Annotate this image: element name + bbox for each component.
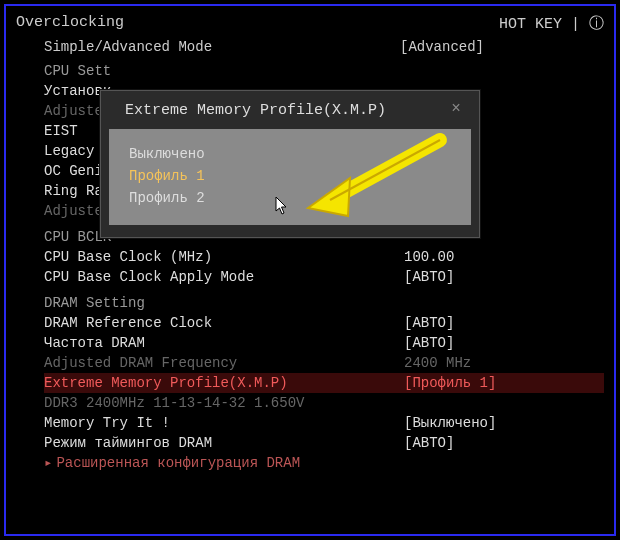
- dram-row: DDR3 2400MHz 11-13-14-32 1.650V: [44, 393, 604, 413]
- section-title-dram: DRAM Setting: [44, 295, 604, 311]
- dram-row[interactable]: Режим таймингов DRAM[АВТО]: [44, 433, 604, 453]
- dram-value: [АВТО]: [404, 313, 604, 333]
- section-title-cpu: CPU Sett: [44, 63, 604, 79]
- dram-row[interactable]: DRAM Reference Clock[АВТО]: [44, 313, 604, 333]
- popup-title: Extreme Memory Profile(X.M.P): [125, 102, 386, 119]
- dram-value: [АВТО]: [404, 433, 604, 453]
- dram-advanced-expand[interactable]: ▸ Расширенная конфигурация DRAM: [44, 453, 604, 473]
- popup-option[interactable]: Выключено: [129, 143, 451, 165]
- close-icon[interactable]: ×: [447, 101, 465, 119]
- dram-label: Extreme Memory Profile(X.M.P): [44, 373, 404, 393]
- dram-value: [АВТО]: [404, 333, 604, 353]
- chevron-right-icon: ▸: [44, 453, 52, 473]
- dram-row[interactable]: Memory Try It ![Выключено]: [44, 413, 604, 433]
- dram-value: 2400 MHz: [404, 353, 604, 373]
- dram-row[interactable]: Частота DRAM[АВТО]: [44, 333, 604, 353]
- bclk-row[interactable]: CPU Base Clock (MHz)100.00: [44, 247, 604, 267]
- section-dram: DRAM Setting DRAM Reference Clock[АВТО]Ч…: [16, 295, 604, 473]
- hotkey-hint: HOT KEY | ⓘ: [499, 14, 604, 33]
- dram-row[interactable]: Extreme Memory Profile(X.M.P)[Профиль 1]: [44, 373, 604, 393]
- bclk-row[interactable]: CPU Base Clock Apply Mode[АВТО]: [44, 267, 604, 287]
- dram-label: Memory Try It !: [44, 413, 404, 433]
- dram-label: Режим таймингов DRAM: [44, 433, 404, 453]
- dram-label: DRAM Reference Clock: [44, 313, 404, 333]
- bclk-value: [АВТО]: [404, 267, 604, 287]
- mode-label: Simple/Advanced Mode: [44, 39, 212, 55]
- popup-option[interactable]: Профиль 1: [129, 165, 451, 187]
- page-title: Overclocking: [16, 14, 124, 33]
- bclk-label: CPU Base Clock (MHz): [44, 247, 404, 267]
- dram-value: [Выключено]: [404, 413, 604, 433]
- dram-value: [Профиль 1]: [404, 373, 604, 393]
- dram-label: Частота DRAM: [44, 333, 404, 353]
- bclk-value: 100.00: [404, 247, 604, 267]
- dram-value: [404, 393, 604, 413]
- mode-value[interactable]: [Advanced]: [400, 39, 484, 55]
- dram-label: DDR3 2400MHz 11-13-14-32 1.650V: [44, 393, 404, 413]
- popup-option[interactable]: Профиль 2: [129, 187, 451, 209]
- dram-label: Adjusted DRAM Frequency: [44, 353, 404, 373]
- bclk-label: CPU Base Clock Apply Mode: [44, 267, 404, 287]
- dram-advanced-label: Расширенная конфигурация DRAM: [56, 453, 604, 473]
- xmp-popup: Extreme Memory Profile(X.M.P) × Выключен…: [100, 90, 480, 238]
- dram-row: Adjusted DRAM Frequency2400 MHz: [44, 353, 604, 373]
- popup-list: ВыключеноПрофиль 1Профиль 2: [109, 129, 471, 225]
